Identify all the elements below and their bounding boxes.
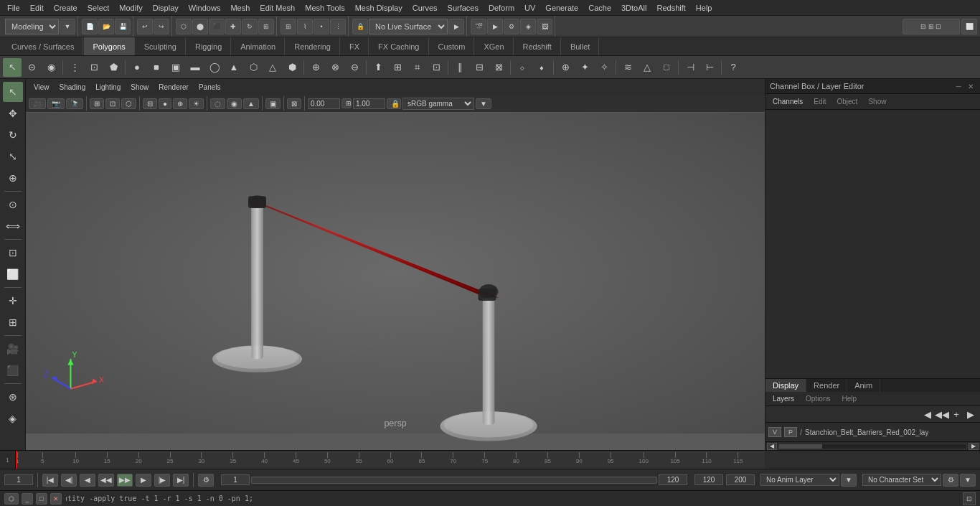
vp-nurbs-btn[interactable]: ⊡ xyxy=(105,98,120,109)
timeline-ruler[interactable]: 1510152025303540455055606570758085909510… xyxy=(16,451,765,469)
render-seq-btn[interactable]: ▶ xyxy=(487,19,503,34)
playback-speed-input[interactable] xyxy=(694,474,723,485)
offset-edgeloop-btn[interactable]: ⊟ xyxy=(470,58,489,77)
edit-tab[interactable]: Edit xyxy=(809,96,830,107)
script-editor-btn[interactable]: ⊡ xyxy=(963,492,976,505)
tab-curves-surfaces[interactable]: Curves / Surfaces xyxy=(3,37,83,55)
wireframe-btn[interactable]: ⊡ xyxy=(85,58,103,77)
open-file-btn[interactable]: 📂 xyxy=(98,19,114,34)
separate-btn[interactable]: ⊗ xyxy=(326,58,344,77)
select-lt-btn[interactable]: ↖ xyxy=(3,82,23,102)
vp-wireframe-btn[interactable]: ⊟ xyxy=(143,98,157,109)
char-set-dropdown[interactable]: No Character Set xyxy=(862,474,941,486)
scroll-track[interactable] xyxy=(778,444,967,449)
vp-lighting-menu[interactable]: Lighting xyxy=(92,83,124,92)
vp-colorspace-btn[interactable]: ▼ xyxy=(476,98,491,109)
tab-xgen[interactable]: XGen xyxy=(475,37,513,55)
vp-view-menu[interactable]: View xyxy=(30,83,53,92)
vp-display-btn[interactable]: ▣ xyxy=(265,98,281,109)
taskbar-minimize-btn[interactable]: _ xyxy=(22,493,33,505)
vp-texture-btn[interactable]: ⊕ xyxy=(173,98,187,109)
rect-select-lt-btn[interactable]: ⬜ xyxy=(3,264,23,284)
vp-colorspace-dropdown[interactable]: sRGB gamma xyxy=(402,98,474,110)
bevel-btn[interactable]: ⌗ xyxy=(407,58,426,77)
layer-prev-btn[interactable]: ◀ xyxy=(921,408,934,421)
anim-layer-dropdown[interactable]: No Anim Layer xyxy=(760,474,839,486)
layer-display-tab[interactable]: Display xyxy=(765,379,806,392)
move-lt-btn[interactable]: ✥ xyxy=(3,103,23,123)
poly-pyramid-btn[interactable]: ⬢ xyxy=(283,58,301,77)
layer-add-btn[interactable]: + xyxy=(950,408,963,421)
tab-fx[interactable]: FX xyxy=(341,37,369,55)
playback-step-input[interactable] xyxy=(726,474,755,485)
snap-surface-btn[interactable]: ⋮ xyxy=(330,19,346,34)
component-icons-btn[interactable]: ⋮ xyxy=(65,58,84,77)
layer-prev2-btn[interactable]: ◀◀ xyxy=(936,408,948,421)
char-set-opts2-btn[interactable]: ▼ xyxy=(960,474,976,487)
bridge-btn[interactable]: ⊞ xyxy=(388,58,407,77)
camera-lt-btn[interactable]: 🎥 xyxy=(3,339,23,359)
step-fwd-btn[interactable]: ▶ xyxy=(136,474,151,487)
rotate-btn[interactable]: ↻ xyxy=(242,19,258,34)
play-fwd-btn[interactable]: ▶▶ xyxy=(117,474,133,487)
tab-redshift[interactable]: Redshift xyxy=(514,37,561,55)
live-surface-dropdown[interactable]: No Live Surface xyxy=(369,19,448,34)
insert-edgeloop-btn[interactable]: ∥ xyxy=(451,58,469,77)
poly-plane-btn[interactable]: ▬ xyxy=(186,58,204,77)
poly-torus-btn[interactable]: ◯ xyxy=(205,58,224,77)
layers-subtab[interactable]: Layers xyxy=(768,393,798,404)
fill-hole-btn[interactable]: ⬧ xyxy=(532,58,551,77)
weld-btn[interactable]: ✦ xyxy=(575,58,594,77)
tab-rendering[interactable]: Rendering xyxy=(286,37,340,55)
rp-minimize-btn[interactable]: ─ xyxy=(953,81,963,91)
tab-animation[interactable]: Animation xyxy=(232,37,285,55)
question-btn[interactable]: ? xyxy=(724,58,743,77)
menu-edit[interactable]: Edit xyxy=(26,2,48,14)
tab-custom[interactable]: Custom xyxy=(430,37,475,55)
menu-mesh-tools[interactable]: Mesh Tools xyxy=(301,2,349,14)
viewport[interactable]: View Shading Lighting Show Renderer Pane… xyxy=(26,79,765,450)
frame-current-input[interactable] xyxy=(4,474,33,485)
menu-display[interactable]: Display xyxy=(149,2,183,14)
poly-sphere-btn[interactable]: ● xyxy=(128,58,146,77)
help-subtab[interactable]: Help xyxy=(837,393,861,404)
menu-surfaces[interactable]: Surfaces xyxy=(443,2,483,14)
menu-deform[interactable]: Deform xyxy=(484,2,519,14)
skip-to-end-btn[interactable]: ▶| xyxy=(173,474,189,487)
append-poly-btn[interactable]: ⬦ xyxy=(513,58,532,77)
vp-shadow-btn[interactable]: ▲ xyxy=(243,98,259,109)
menu-create[interactable]: Create xyxy=(50,2,82,14)
taskbar-restore-btn[interactable]: □ xyxy=(36,493,47,505)
quadrangulate-btn[interactable]: □ xyxy=(657,58,676,77)
lasso-btn[interactable]: ⬤ xyxy=(192,19,208,34)
vp-field2[interactable] xyxy=(353,98,385,109)
extrude-btn[interactable]: ⬆ xyxy=(369,58,387,77)
layer-pickable-btn[interactable]: P xyxy=(784,427,797,437)
slide-edgeloop-btn[interactable]: ⊠ xyxy=(489,58,508,77)
vp-camera-btn[interactable]: 🎥 xyxy=(29,98,46,109)
layer-next-btn[interactable]: ▶ xyxy=(964,408,977,421)
show-all-lt-btn[interactable]: ⊞ xyxy=(3,312,23,332)
taskbar-close-btn[interactable]: ✕ xyxy=(50,493,62,505)
tab-polygons[interactable]: Polygons xyxy=(84,37,134,55)
snap-lt-btn[interactable]: ⊡ xyxy=(3,243,23,263)
ipr-btn[interactable]: ◈ xyxy=(520,19,536,34)
symmetry-lt-btn[interactable]: ⟺ xyxy=(3,216,23,236)
tab-rigging[interactable]: Rigging xyxy=(187,37,231,55)
vp-field2-lock[interactable]: 🔒 xyxy=(387,98,401,109)
scroll-right-btn[interactable]: ▶ xyxy=(969,443,979,450)
play-back-btn[interactable]: ◀◀ xyxy=(98,474,114,487)
layer-anim-tab[interactable]: Anim xyxy=(847,379,880,392)
vp-xray-btn[interactable]: ◌ xyxy=(210,98,225,109)
soft-select-lt-btn[interactable]: ⊙ xyxy=(3,195,23,215)
channels-tab[interactable]: Channels xyxy=(768,96,807,107)
menu-select[interactable]: Select xyxy=(83,2,114,14)
layer-visibility-btn[interactable]: V xyxy=(768,427,781,437)
taskbar-icon[interactable]: ⬡ xyxy=(4,493,19,505)
maximize-btn[interactable]: ⬜ xyxy=(961,19,977,34)
anim-layer-opts-btn[interactable]: ▼ xyxy=(841,474,857,487)
menu-redshift[interactable]: Redshift xyxy=(652,2,689,14)
menu-mesh-display[interactable]: Mesh Display xyxy=(351,2,407,14)
cluster-lt-btn[interactable]: ⊛ xyxy=(3,387,23,407)
step-back-key-btn[interactable]: ◀| xyxy=(61,474,77,487)
